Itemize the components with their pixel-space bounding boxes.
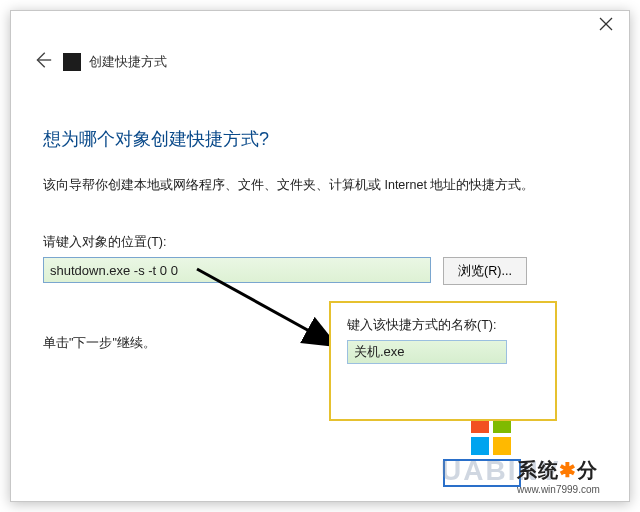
site-name-b: 分 [577,459,598,481]
site-branding: 系统✱分 www.win7999.com [517,457,629,495]
site-name-a: 系统 [517,459,559,481]
close-button[interactable] [597,17,615,35]
asterisk-icon: ✱ [559,459,577,481]
svg-line-4 [197,269,331,343]
create-shortcut-dialog: 创建快捷方式 想为哪个对象创建快捷方式? 该向导帮你创建本地或网络程序、文件、文… [10,10,630,502]
next-button-ghost [443,459,521,487]
shortcut-name-label: 键入该快捷方式的名称(T): [347,317,539,334]
microsoft-logo-icon [471,415,511,455]
window-title: 创建快捷方式 [89,53,167,71]
annotation-name-step: 键入该快捷方式的名称(T): [329,301,557,421]
titlebar [11,11,629,41]
back-arrow-icon[interactable] [31,49,53,75]
wizard-description: 该向导帮你创建本地或网络程序、文件、文件夹、计算机或 Internet 地址的快… [43,177,597,194]
header-row: 创建快捷方式 [11,41,629,79]
wizard-heading: 想为哪个对象创建快捷方式? [43,127,597,151]
wizard-icon [63,53,81,71]
browse-button[interactable]: 浏览(R)... [443,257,527,285]
site-url: www.win7999.com [517,484,629,495]
site-name: 系统✱分 [517,457,629,484]
shortcut-name-input[interactable] [347,340,507,364]
location-label: 请键入对象的位置(T): [43,234,597,251]
